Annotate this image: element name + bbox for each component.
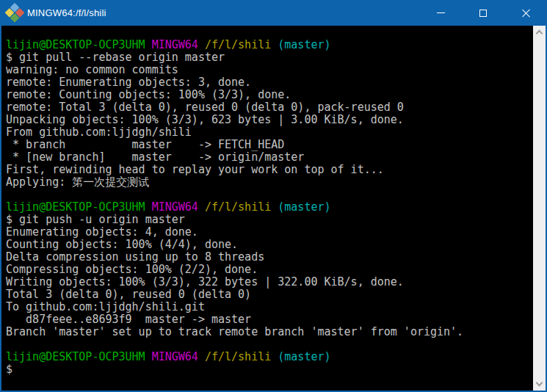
- scroll-down-button[interactable]: [533, 378, 546, 391]
- scrollbar-track[interactable]: [533, 38, 546, 378]
- terminal-line: $: [6, 363, 533, 376]
- terminal-line: remote: Counting objects: 100% (3/3), do…: [6, 89, 533, 101]
- terminal-line: d87feee..e8693f9 master -> master: [6, 313, 533, 326]
- terminal-line: $ git pull --rebase origin master: [6, 51, 533, 64]
- terminal-line: lijin@DESKTOP-OCP3UHM MINGW64 /f/l/shili…: [6, 201, 533, 214]
- terminal-line: lijin@DESKTOP-OCP3UHM MINGW64 /f/l/shili…: [6, 351, 533, 363]
- terminal-line: Enumerating objects: 4, done.: [6, 226, 533, 239]
- terminal-line: Counting objects: 100% (4/4), done.: [6, 239, 533, 251]
- msys-diamond-icon: [4, 2, 25, 23]
- terminal-line: Writing objects: 100% (3/3), 322 bytes |…: [6, 276, 533, 288]
- terminal-line: warning: no common commits: [6, 64, 533, 76]
- close-icon: [521, 9, 530, 18]
- terminal-line: From github.com:ljjdgh/shili: [6, 126, 533, 139]
- terminal-line: Total 3 (delta 0), reused 0 (delta 0): [6, 288, 533, 301]
- titlebar: MINGW64:/f/l/shili: [0, 0, 547, 26]
- terminal-line: lijin@DESKTOP-OCP3UHM MINGW64 /f/l/shili…: [6, 39, 533, 51]
- maximize-icon: [479, 10, 487, 17]
- close-button[interactable]: [504, 0, 547, 26]
- terminal-line: remote: Total 3 (delta 0), reused 0 (del…: [6, 101, 533, 114]
- terminal-line: remote: Enumerating objects: 3, done.: [6, 76, 533, 89]
- terminal-line: $ git push -u origin master: [6, 214, 533, 226]
- terminal-line: Delta compression using up to 8 threads: [6, 251, 533, 264]
- chevron-up-icon: [536, 30, 543, 37]
- scroll-up-button[interactable]: [533, 26, 546, 38]
- terminal-line: Unpacking objects: 100% (3/3), 623 bytes…: [6, 114, 533, 126]
- terminal-line: [6, 189, 533, 201]
- terminal-line: Applying: 第一次提交测试: [6, 176, 533, 189]
- terminal-output[interactable]: lijin@DESKTOP-OCP3UHM MINGW64 /f/l/shili…: [1, 26, 533, 391]
- terminal-line: To github.com:ljjdgh/shili.git: [6, 301, 533, 313]
- mintty-window: MINGW64:/f/l/shili lijin@DESKTOP-OCP3UHM…: [0, 0, 547, 392]
- terminal-line: * [new branch] master -> origin/master: [6, 151, 533, 164]
- minimize-button[interactable]: [419, 0, 462, 26]
- terminal-line: Compressing objects: 100% (2/2), done.: [6, 264, 533, 276]
- terminal-line: First, rewinding head to replay your wor…: [6, 164, 533, 176]
- window-controls: [419, 0, 547, 26]
- maximize-button[interactable]: [462, 0, 504, 26]
- scrollbar[interactable]: [533, 26, 546, 391]
- terminal-line: Branch 'master' set up to track remote b…: [6, 326, 533, 338]
- terminal-body: lijin@DESKTOP-OCP3UHM MINGW64 /f/l/shili…: [1, 26, 546, 391]
- terminal-line: * branch master -> FETCH_HEAD: [6, 139, 533, 151]
- window-title: MINGW64:/f/l/shili: [27, 7, 419, 18]
- chevron-down-icon: [536, 380, 543, 387]
- terminal-line: [6, 338, 533, 351]
- minimize-icon: [437, 12, 445, 13]
